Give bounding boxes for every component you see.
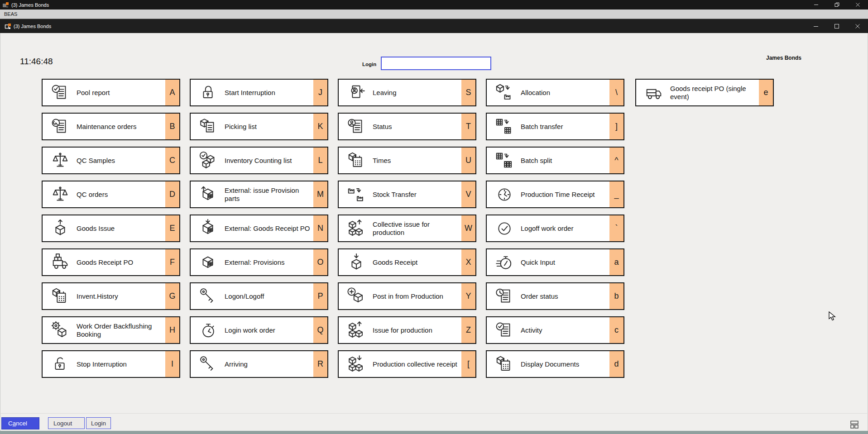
button-label: QC orders [77,191,165,199]
boxes-down-icon [346,354,367,375]
cancel-button[interactable]: Cancel [1,417,39,429]
box-arrow-down-icon [346,252,367,273]
button-label: Activity [521,326,609,334]
button-label: QC Samples [77,157,165,165]
button-goods-receipt-po[interactable]: Goods Receipt POF [42,248,180,276]
inner-window-controls [806,19,868,33]
button-batch-split[interactable]: Batch split^ [486,147,624,174]
restore-icon[interactable] [826,0,847,10]
button-collective-issue-for-production[interactable]: Collective issue for productionW [338,215,476,242]
button-times[interactable]: TimesU [338,147,476,174]
button-stock-transfer[interactable]: Stock TransferV [338,181,476,208]
main-content: 11:46:48 Login James Bonds Pool reportAM… [0,33,868,431]
button-label: External: Provisions [225,258,313,267]
button-maintenance-orders[interactable]: Maintenance ordersB [42,113,180,140]
shortcut-badge: A [165,80,179,105]
boxes-up-icon [346,320,367,341]
shortcut-badge: d [609,351,623,377]
button-label: Invent.History [77,292,165,300]
key-icon [198,286,219,307]
button-post-in-from-production[interactable]: Post in from ProductionY [338,282,476,310]
shortcut-badge: S [461,80,475,105]
button-order-status[interactable]: Order statusb [486,282,624,310]
button-external-provisions[interactable]: External: ProvisionsO [190,248,328,276]
button-label: Goods receipt PO (single event) [670,85,759,101]
boxes-up-icon [346,218,367,239]
button-activity[interactable]: Activityc [486,316,624,344]
close-icon[interactable] [847,19,868,33]
inner-titlebar: (3) James Bonds [0,19,868,33]
menu-bar: BEAS [0,10,868,19]
login-button[interactable]: Login [86,417,111,429]
button-batch-transfer[interactable]: Batch transfer] [486,113,624,140]
shortcut-badge: [ [461,351,475,377]
button-invent-history[interactable]: Invent.HistoryG [42,282,180,310]
shortcut-badge: R [313,351,327,377]
box-arrow-up-icon [50,218,71,239]
button-allocation[interactable]: Allocation\ [486,79,624,106]
close-icon[interactable] [847,0,868,10]
button-label: Inventory Counting list [225,157,313,165]
beas-logo-icon [2,2,9,8]
button-qc-samples[interactable]: QC SamplesC [42,147,180,174]
button-label: Goods Receipt PO [77,258,165,267]
minimize-icon[interactable] [806,19,826,33]
button-arriving[interactable]: ArrivingR [190,350,328,378]
box-plus-icon [346,286,367,307]
button-status[interactable]: StatusT [338,113,476,140]
shortcut-badge: c [609,317,623,343]
menu-item-beas[interactable]: BEAS [0,11,21,17]
factory-transfer-icon [346,184,367,205]
button-goods-receipt[interactable]: Goods ReceiptX [338,248,476,276]
button-logon-logoff[interactable]: Logon/LogoffP [190,282,328,310]
button-leaving[interactable]: LeavingS [338,79,476,106]
shortcut-badge: \ [609,80,623,105]
button-issue-for-production[interactable]: Issue for productionZ [338,316,476,344]
truck-icon [643,82,664,103]
boxes-check-icon [198,150,219,171]
clock-icon [494,184,515,205]
doc-clock-icon [494,286,515,307]
button-label: Arriving [225,360,313,368]
shortcut-badge: G [165,283,179,309]
box-calendar-icon [494,354,515,375]
logout-button[interactable]: Logout [48,417,85,429]
minimize-icon[interactable] [806,0,826,10]
button-work-order-backflushing-booking[interactable]: Work Order Backflushing BookingH [42,316,180,344]
button-goods-issue[interactable]: Goods IssueE [42,215,180,242]
button-label: Order status [521,292,609,300]
button-label: Production collective receipt [373,360,461,368]
button-external-goods-receipt-po[interactable]: External: Goods Receipt PON [190,215,328,242]
button-login-work-order[interactable]: Login work orderQ [190,316,328,344]
shortcut-badge: V [461,181,475,207]
button-label: Goods Receipt [373,258,461,267]
button-goods-receipt-po-single-event[interactable]: Goods receipt PO (single event)e [635,79,774,106]
button-start-interruption[interactable]: Start InterruptionJ [190,79,328,106]
button-quick-input[interactable]: Quick Inputa [486,248,624,276]
shortcut-badge: K [313,114,327,139]
button-logoff-work-order[interactable]: Logoff work order` [486,215,624,242]
footer-divider [0,413,868,414]
button-label: Post in from Production [373,292,461,300]
button-inventory-counting-list[interactable]: Inventory Counting listL [190,147,328,174]
padlock-open-icon [50,354,71,375]
button-display-documents[interactable]: Display Documentsd [486,350,624,378]
box-doc-icon [198,116,219,137]
stopwatch-icon [198,320,219,341]
button-stop-interruption[interactable]: Stop InterruptionI [42,350,180,378]
button-production-collective-receipt[interactable]: Production collective receipt[ [338,350,476,378]
box-calendar-icon [346,150,367,171]
shortcut-badge: T [461,114,475,139]
shortcut-badge: M [313,181,327,207]
button-pool-report[interactable]: Pool reportA [42,79,180,106]
button-label: Picking list [225,123,313,131]
shortcut-badge: Q [313,317,327,343]
button-external-issue-provision-parts[interactable]: External: issue Provision partsM [190,181,328,208]
button-production-time-receipt[interactable]: Production Time Receipt_ [486,181,624,208]
button-qc-orders[interactable]: QC ordersD [42,181,180,208]
shortcut-badge: H [165,317,179,343]
form-layout-icon[interactable] [849,419,860,430]
maximize-icon[interactable] [826,19,847,33]
button-picking-list[interactable]: Picking listK [190,113,328,140]
button-label: Times [373,157,461,165]
